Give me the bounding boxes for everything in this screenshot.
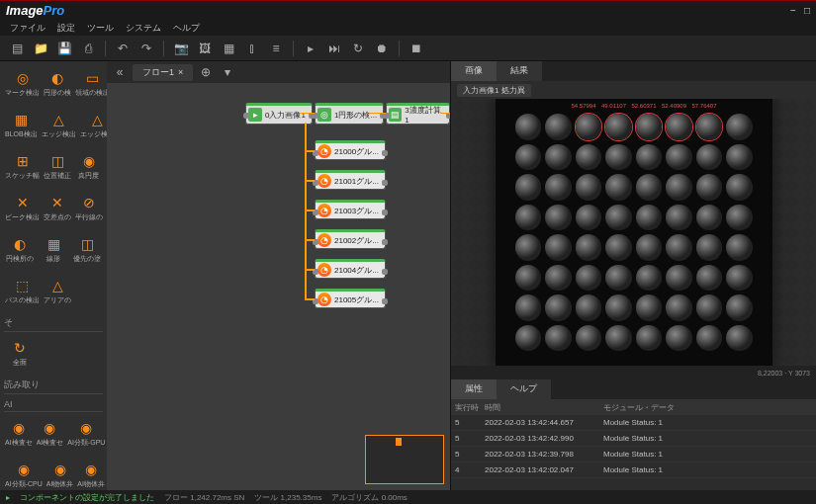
log-row[interactable]: 52022-02-03 13:42:44.657Module Status: 1 <box>451 415 816 431</box>
menu-system[interactable]: システム <box>126 22 161 35</box>
tool-item[interactable]: ✕交差点の <box>43 190 72 225</box>
grid-icon[interactable]: ▦ <box>220 40 237 57</box>
disc <box>515 205 542 231</box>
tool-item[interactable]: ◉AI検査セ <box>36 415 65 451</box>
tool-label: 全面 <box>5 358 35 368</box>
col-run: 実行時 <box>455 402 485 413</box>
status-bar: ▸ コンポーネントの設定が完了しました フロー 1,242.72ms SN ツー… <box>0 490 816 504</box>
camera-icon[interactable]: 📷 <box>172 40 190 57</box>
tab-result[interactable]: 結果 <box>497 61 542 81</box>
tool-item[interactable]: ◉AI物体弁 <box>45 457 75 490</box>
disc <box>726 325 753 352</box>
tool-icon: ◉ <box>50 460 70 479</box>
tool-item[interactable]: ◫位置補正 <box>43 148 72 184</box>
tool-item[interactable]: △エッジ検出 <box>79 107 107 142</box>
flow-subnode[interactable]: ◔21003グル... <box>315 200 386 219</box>
log-row[interactable]: 42022-02-03 13:42:02.047Module Status: 1 <box>451 462 816 478</box>
record-icon[interactable]: ⏺ <box>373 40 391 57</box>
disc <box>605 234 632 261</box>
tool-item[interactable]: ▭領域の検出 <box>74 65 107 101</box>
image-viewer[interactable]: 54.5799449.0110752.6037152.4090957.76407 <box>451 99 816 366</box>
minimize-icon[interactable]: − <box>790 5 796 16</box>
tab-properties[interactable]: 属性 <box>451 379 497 399</box>
tool-item[interactable]: ⊘平行線の <box>74 190 104 225</box>
tab-image[interactable]: 画像 <box>451 61 497 81</box>
tool-item[interactable]: ◎マーク検出 <box>4 65 41 101</box>
disc <box>515 174 542 201</box>
tool-item[interactable]: ⬚パスの検出 <box>4 273 41 308</box>
tool-item[interactable]: ◉AI物体弁 <box>76 457 106 490</box>
disc <box>666 174 692 201</box>
tool-item[interactable]: ◐円形の検 <box>43 65 72 101</box>
tool-item[interactable]: ◉AI分類-CPU <box>4 457 44 490</box>
disc-measurement: 49.01107 <box>601 103 626 109</box>
tool-item[interactable]: △エッジ検出 <box>41 107 77 142</box>
image-icon[interactable]: 🖼 <box>196 40 214 57</box>
flow-subnode[interactable]: ◔21001グル... <box>315 170 386 190</box>
tool-item[interactable]: ◉AI分類-GPU <box>66 415 106 451</box>
tool-item[interactable]: △アリアの <box>43 273 72 308</box>
disc <box>726 114 753 140</box>
maximize-icon[interactable]: □ <box>804 5 810 16</box>
disc <box>605 144 632 171</box>
tool-item[interactable]: ◉真円度 <box>74 148 103 184</box>
tool-icon: ✕ <box>13 193 33 212</box>
tool-item[interactable]: ◉AI検査セ <box>4 415 34 451</box>
tab-help[interactable]: ヘルプ <box>497 379 551 399</box>
tool-item[interactable]: ✕ビーク検出 <box>4 190 41 225</box>
flow-more-icon[interactable]: ▾ <box>219 63 236 81</box>
save-icon[interactable]: 💾 <box>55 40 73 57</box>
close-icon[interactable]: × <box>178 67 183 77</box>
flow-collapse-icon[interactable]: « <box>111 63 129 81</box>
filter-icon[interactable]: ⫿ <box>243 40 261 57</box>
disc <box>515 265 542 292</box>
tool-item[interactable]: ⊞スケッチ幅 <box>4 148 41 184</box>
flow-subnode[interactable]: ◔21000グル... <box>315 140 386 160</box>
tool-item[interactable]: ◐円検所の <box>4 231 36 267</box>
log-row[interactable]: 52022-02-03 13:42:42.990Module Status: 1 <box>451 431 816 447</box>
log-row[interactable]: 52022-02-03 13:42:39.798Module Status: 1 <box>451 447 816 462</box>
flow-node[interactable]: ▸0入力画像1 <box>245 103 313 125</box>
tool-icon: ◐ <box>47 68 67 88</box>
tool-label: 平行線の <box>75 212 103 222</box>
flow-subnode[interactable]: ◔21002グル... <box>315 229 386 249</box>
tool-label: 真円度 <box>75 171 102 181</box>
flow-node[interactable]: ▤3濃度計算1 <box>386 103 450 125</box>
flow-node[interactable]: ◎1円形の検... <box>315 103 384 125</box>
tool-item[interactable]: ▦BLOB検出 <box>4 107 39 142</box>
disc <box>636 265 663 292</box>
stop-icon[interactable]: ⏹ <box>408 40 425 57</box>
disc: 54.57994 <box>576 114 602 140</box>
menu-help[interactable]: ヘルプ <box>173 22 200 35</box>
loop-icon[interactable]: ↻ <box>349 40 367 57</box>
play-status-icon: ▸ <box>6 493 10 502</box>
tool-label: 位置補正 <box>44 171 71 181</box>
menu-file[interactable]: ファイル <box>10 22 45 35</box>
tool-item[interactable]: ◫優先の塗 <box>71 231 103 267</box>
new-icon[interactable]: ▤ <box>8 40 26 57</box>
tool-label: BLOB検出 <box>5 129 38 139</box>
open-icon[interactable]: 📁 <box>32 40 49 57</box>
menu-tools[interactable]: ツール <box>87 22 114 35</box>
saveall-icon[interactable]: ⎙ <box>79 40 97 57</box>
menu-settings[interactable]: 設定 <box>57 22 75 35</box>
minimap[interactable] <box>365 435 444 484</box>
step-icon[interactable]: ⏭ <box>325 40 343 57</box>
flow-add-icon[interactable]: ⊕ <box>197 63 215 81</box>
disc <box>515 114 542 140</box>
flow-canvas[interactable]: ▸0入力画像1◎1円形の検...▤3濃度計算1◫2濃度測定1◔21000グル..… <box>107 83 450 490</box>
disc <box>666 234 692 261</box>
flow-tab[interactable]: フロー1× <box>133 64 193 81</box>
play-icon[interactable]: ▸ <box>302 40 319 57</box>
inspection-image: 54.5799449.0110752.6037152.4090957.76407 <box>496 99 772 366</box>
undo-icon[interactable]: ↶ <box>114 40 132 57</box>
layers-icon[interactable]: ≡ <box>267 40 285 57</box>
flow-subnode[interactable]: ◔21004グル... <box>315 259 386 279</box>
tool-item[interactable]: ▦線形 <box>38 231 69 267</box>
image-source-chip[interactable]: 入力画像1 処力異 <box>457 84 531 97</box>
tool-label: AI検査セ <box>37 438 64 448</box>
redo-icon[interactable]: ↷ <box>137 40 155 57</box>
flow-subnode[interactable]: ◔21005グル... <box>315 289 386 308</box>
disc <box>576 325 602 352</box>
tool-item[interactable]: ↻全面 <box>4 335 36 371</box>
